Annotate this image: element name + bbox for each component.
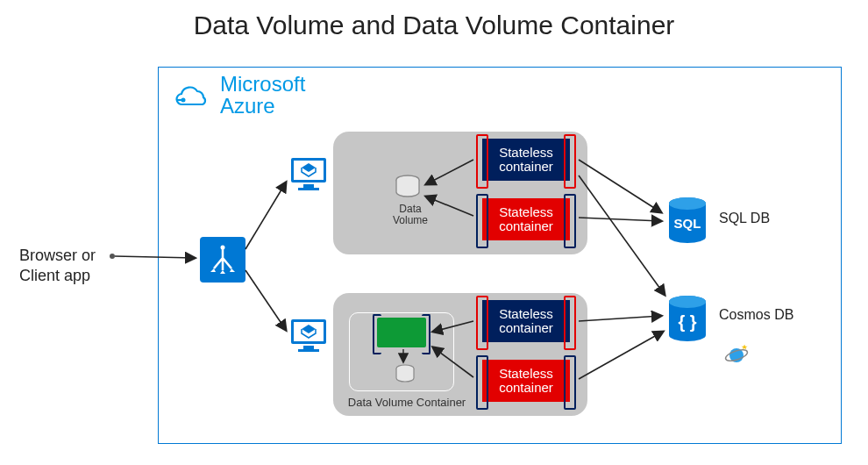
stateless-container-1: Stateless container <box>482 139 570 181</box>
cosmos-db-icon: { } <box>666 295 708 344</box>
vm-icon-2 <box>289 318 328 353</box>
data-volume-container-icon <box>377 318 426 347</box>
client-label: Browser or Client app <box>19 246 96 287</box>
data-volume-label: Data Volume <box>384 204 437 226</box>
cloud-icon <box>174 80 211 110</box>
svg-text:{ }: { } <box>678 312 696 332</box>
container-label: Stateless container <box>482 307 570 336</box>
diagram-title: Data Volume and Data Volume Container <box>0 11 868 40</box>
data-volume-container-label: Data Volume Container <box>345 397 468 409</box>
load-balancer-icon <box>200 237 245 283</box>
svg-rect-8 <box>298 188 319 190</box>
svg-text:SQL: SQL <box>674 216 701 231</box>
svg-rect-12 <box>298 349 319 352</box>
svg-point-19 <box>669 296 706 308</box>
container-label: Stateless container <box>482 367 570 396</box>
dvc-cylinder-icon <box>393 363 417 388</box>
container-label: Stateless container <box>482 146 570 175</box>
stateless-container-2: Stateless container <box>482 198 570 240</box>
svg-rect-11 <box>303 346 314 349</box>
svg-point-0 <box>181 98 186 103</box>
vm-icon-1 <box>289 156 328 191</box>
stateless-container-4: Stateless container <box>482 360 570 402</box>
cosmos-db-label: Cosmos DB <box>719 307 793 323</box>
cosmos-planet-icon <box>724 344 751 367</box>
svg-point-1 <box>221 246 225 250</box>
client-label-line1: Browser or <box>19 247 96 264</box>
svg-point-24 <box>110 254 115 259</box>
container-label: Stateless container <box>482 205 570 234</box>
data-volume-cylinder-icon <box>393 174 423 204</box>
sql-db-icon: SQL <box>666 197 708 246</box>
stateless-container-3: Stateless container <box>482 300 570 342</box>
svg-marker-23 <box>742 345 748 350</box>
client-label-line2: Client app <box>19 267 90 284</box>
azure-brand-line1: Microsoft <box>220 72 305 96</box>
azure-brand: Microsoft Azure <box>174 73 305 117</box>
sql-db-label: SQL DB <box>719 211 770 226</box>
svg-rect-7 <box>303 184 314 188</box>
svg-point-16 <box>669 197 706 210</box>
azure-brand-line2: Azure <box>220 94 275 118</box>
svg-marker-4 <box>220 270 225 274</box>
